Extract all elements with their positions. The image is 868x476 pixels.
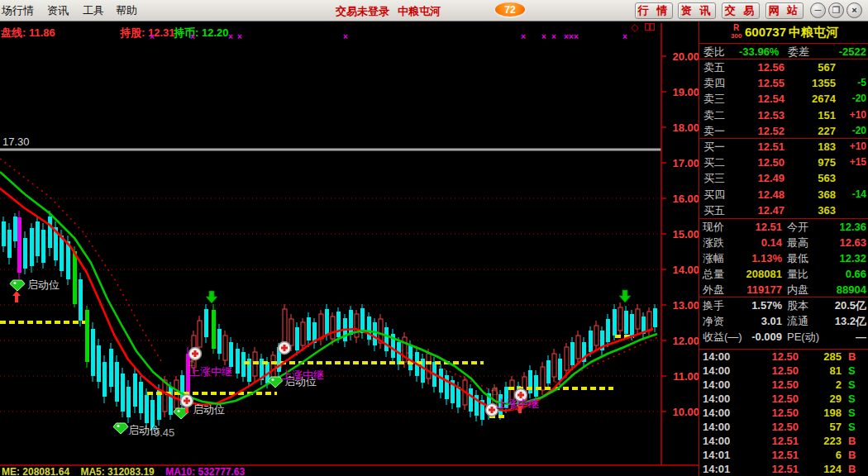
weicha-label: 委差 <box>788 44 809 60</box>
tick-row: 14:0012.5057S <box>699 420 868 434</box>
bid-levels[interactable]: 买一12.51183+10买二12.50975+15买三12.49563买四12… <box>699 139 868 219</box>
stock-name: 中粮屯河 <box>789 25 838 40</box>
tick-row: 14:0012.5081S <box>699 364 868 378</box>
price-axis-label: 11.00 <box>663 370 699 383</box>
quote-panel: R 300 600737 中粮屯河 委比 -33.96% 委差 -2522 卖五… <box>699 21 868 476</box>
close-button[interactable]: × <box>847 2 862 18</box>
tick-row: 14:0012.5029S <box>699 392 868 406</box>
chart-label: 上涨中继 <box>496 397 539 412</box>
stats2-block: 换手1.57%股本20.5亿净资3.01流通13.2亿收益(—)-0.009PE… <box>699 298 868 350</box>
price-axis-label: 17.00 <box>663 157 699 169</box>
vol-ma5-value: MA5: 312083.19 <box>80 466 154 476</box>
launch-gem-icon <box>113 423 128 434</box>
chart-label: 启动位 <box>27 278 60 293</box>
nav-button-2[interactable]: 交 易 <box>722 2 760 19</box>
bid-row[interactable]: 买二12.50975+15 <box>699 155 868 170</box>
price-axis-label: 16.00 <box>663 193 699 205</box>
stat-row: 净资3.01流通13.2亿 <box>699 313 868 329</box>
price-axis-label: 20.00 <box>663 50 699 63</box>
chart-label: 9.45 <box>154 426 174 439</box>
price-axis-label: 10.00 <box>663 406 699 418</box>
price-axis-label: 18.00 <box>663 121 699 134</box>
down-arrow-icon <box>619 290 631 302</box>
volume-indicator-row: ME: 208081.64 MA5: 312083.19 MA10: 53277… <box>2 466 253 476</box>
hand-icon: ☝ <box>491 384 498 397</box>
down-arrow-icon <box>206 291 217 303</box>
stat-row: 外盘119177内盘88904 <box>699 282 868 298</box>
tick-row: 14:0012.50285B <box>699 350 868 364</box>
kline-chart[interactable]: ☝☝☝ <box>0 0 699 476</box>
weibi-row: 委比 -33.96% 委差 -2522 <box>699 44 868 60</box>
quote-header: R 300 600737 中粮屯河 <box>699 21 868 44</box>
price-axis-label: 13.00 <box>663 299 699 312</box>
stat-row: 收益(—)-0.009PE(动)— <box>699 329 868 345</box>
tick-row: 14:0112.51124B <box>699 462 868 476</box>
restore-button[interactable]: ❐ <box>828 2 844 18</box>
ask-row[interactable]: 卖五12.56567 <box>699 60 868 75</box>
app-window: 场行情资讯工具帮助 交易未登录 中粮屯河 72 行 情资 讯交 易网 站 ─ ❐… <box>0 0 868 476</box>
weibi-label: 委比 <box>703 44 725 60</box>
price-axis-label: 14.00 <box>663 264 699 276</box>
stats-block: 现价12.51今开12.36涨跌0.14最高12.63涨幅1.13%最低12.3… <box>699 219 868 298</box>
chart-label: 上涨中继 <box>281 368 324 383</box>
stat-row: 现价12.51今开12.36 <box>699 219 868 235</box>
up-arrow-icon <box>12 291 21 302</box>
ask-levels[interactable]: 卖五12.56567卖四12.551355-5卖三12.542674-20卖二1… <box>699 60 868 139</box>
stat-row: 换手1.57%股本20.5亿 <box>699 298 868 313</box>
minimize-button[interactable]: ─ <box>810 2 826 18</box>
tick-row: 14:0012.502S <box>699 378 868 392</box>
bid-row[interactable]: 买五12.47363 <box>699 202 868 218</box>
weicha-value: -2522 <box>839 44 866 60</box>
bid-row[interactable]: 买四12.48368-14 <box>699 187 868 202</box>
r300-badge: R 300 <box>731 24 742 40</box>
ask-row[interactable]: 卖四12.551355-5 <box>699 75 868 91</box>
ask-row[interactable]: 卖三12.542674-20 <box>699 91 868 107</box>
tick-row: 14:0112.516B <box>699 448 868 462</box>
tick-list[interactable]: 14:0012.50285B14:0012.5081S14:0012.502S1… <box>699 350 868 476</box>
stock-code: 600737 <box>745 25 786 39</box>
stat-row: 涨幅1.13%最低12.32 <box>699 250 868 266</box>
nav-button-3[interactable]: 网 站 <box>765 2 804 19</box>
weibi-value: -33.96% <box>739 44 779 60</box>
launch-gem-icon <box>10 280 25 291</box>
bid-row[interactable]: 买三12.49563 <box>699 170 868 186</box>
ask-row[interactable]: 卖二12.53151+10 <box>699 107 868 123</box>
tick-row: 14:0012.50198S <box>699 406 868 420</box>
vol-me-value: ME: 208081.64 <box>2 466 69 476</box>
tick-row: 14:0012.51223B <box>699 434 868 448</box>
chart-label: 17.30 <box>2 136 30 148</box>
bid-row[interactable]: 买一12.51183+10 <box>699 139 868 155</box>
chart-label: 启动位 <box>193 402 225 417</box>
vol-ma10-value: MA10: 532777.63 <box>165 466 245 476</box>
stat-row: 总量208081量比0.66 <box>699 266 868 282</box>
price-axis-label: 12.00 <box>663 335 699 347</box>
ask-row[interactable]: 卖一12.52227-20 <box>699 123 868 139</box>
chart-label: 上涨中继 <box>189 364 232 379</box>
stat-row: 涨跌0.14最高12.63 <box>699 235 868 250</box>
price-axis-label: 15.00 <box>663 228 699 240</box>
price-axis-label: 19.00 <box>663 86 699 98</box>
